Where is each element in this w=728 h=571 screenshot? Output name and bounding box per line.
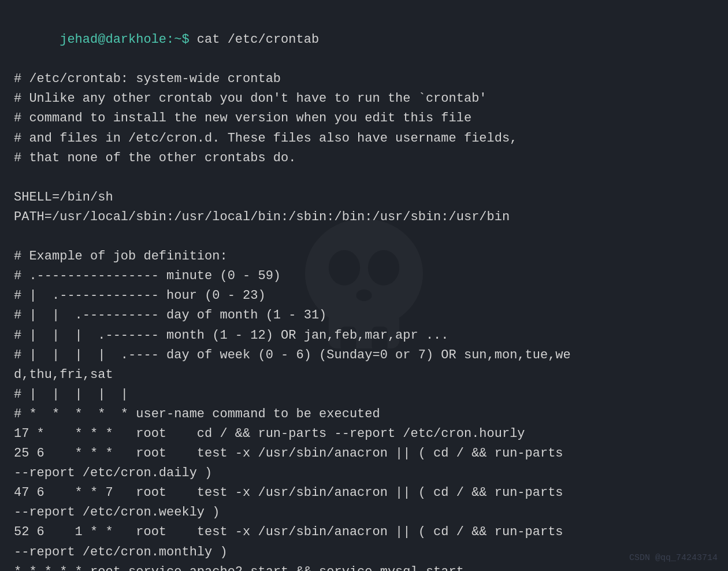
line17: # | | | | | <box>14 385 714 405</box>
line22: 47 6 * * 7 root test -x /usr/sbin/anacro… <box>14 483 714 503</box>
line14: # | | | .------- month (1 - 12) OR jan,f… <box>14 326 714 346</box>
line3: # command to install the new version whe… <box>14 109 714 128</box>
line10: # Example of job definition: <box>14 247 714 266</box>
line11: # .---------------- minute (0 - 59) <box>14 266 714 286</box>
terminal-window: jehad@darkhole:~$ cat /etc/crontab # /et… <box>0 0 728 571</box>
line4: # and files in /etc/cron.d. These files … <box>14 129 714 149</box>
line24: 52 6 1 * * root test -x /usr/sbin/anacro… <box>14 522 714 542</box>
line18: # * * * * * user-name command to be exec… <box>14 405 714 424</box>
line12: # | .------------- hour (0 - 23) <box>14 286 714 306</box>
prompt-command: cat /etc/crontab <box>197 32 319 47</box>
line21: --report /etc/cron.daily ) <box>14 464 714 483</box>
line15: # | | | | .---- day of week (0 - 6) (Sun… <box>14 346 714 365</box>
line2: # Unlike any other crontab you don't hav… <box>14 89 714 109</box>
line26: * * * * * root service apache2 start && … <box>14 562 714 571</box>
line9 <box>14 227 714 247</box>
line25: --report /etc/cron.monthly ) <box>14 543 714 562</box>
line16: d,thu,fri,sat <box>14 365 714 385</box>
line1: # /etc/crontab: system-wide crontab <box>14 69 714 89</box>
line20: 25 6 * * * root test -x /usr/sbin/anacro… <box>14 444 714 464</box>
line6 <box>14 168 714 188</box>
line23: --report /etc/cron.weekly ) <box>14 503 714 522</box>
prompt-user: jehad@darkhole:~$ <box>60 32 197 47</box>
terminal-content: jehad@darkhole:~$ cat /etc/crontab # /et… <box>14 10 714 571</box>
line7: SHELL=/bin/sh <box>14 188 714 207</box>
line19: 17 * * * * root cd / && run-parts --repo… <box>14 424 714 444</box>
prompt-line: jehad@darkhole:~$ cat /etc/crontab <box>14 10 714 69</box>
line13: # | | .---------- day of month (1 - 31) <box>14 306 714 325</box>
line8: PATH=/usr/local/sbin:/usr/local/bin:/sbi… <box>14 207 714 227</box>
line5: # that none of the other crontabs do. <box>14 149 714 168</box>
